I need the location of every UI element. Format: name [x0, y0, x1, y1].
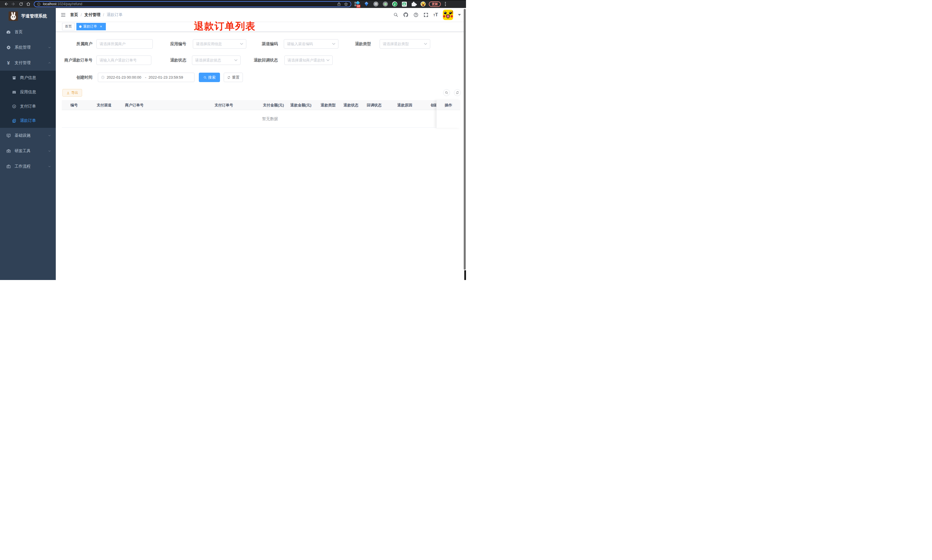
- extension-badge: 10: [357, 5, 360, 8]
- browser-back-icon[interactable]: [2, 1, 10, 7]
- chevron-down-icon: [48, 134, 51, 137]
- page-scrollbar[interactable]: [464, 9, 466, 270]
- tags-view: 首页 退款订单 ×: [56, 22, 466, 32]
- extension-tasks-icon[interactable]: 10: [354, 1, 360, 7]
- extension-puzzle-icon[interactable]: [411, 1, 417, 7]
- app-title: 芋道管理系统: [21, 14, 47, 19]
- tag-label: 退款订单: [83, 24, 97, 29]
- refresh-table-button[interactable]: [454, 89, 461, 96]
- breadcrumb-home[interactable]: 首页: [70, 12, 78, 17]
- placeholder: 请选择通知商户退款结果的: [288, 58, 325, 63]
- empty-state-text: 暂无数据: [262, 110, 278, 128]
- browser-menu-icon[interactable]: [443, 2, 448, 6]
- chevron-down-icon: [48, 46, 51, 49]
- tag-home[interactable]: 首页: [62, 23, 75, 30]
- actions-empty-cell: [437, 110, 460, 128]
- browser-forward-icon[interactable]: [10, 1, 17, 7]
- sidebar-logo-row[interactable]: 芋道管理系统: [0, 8, 56, 24]
- refund-type-select[interactable]: 请选择退款类型: [380, 39, 430, 49]
- merchant-input[interactable]: 请选择所属商户: [96, 39, 153, 49]
- user-avatar[interactable]: [443, 10, 453, 20]
- extension-y-icon[interactable]: y: [392, 1, 398, 7]
- filter-label-refund-type: 退款类型: [335, 39, 371, 49]
- help-icon[interactable]: [414, 12, 418, 17]
- sidebar: 芋道管理系统 首页 系统管理 ¥ 支付管理: [0, 8, 56, 280]
- column-header-merchant-order-no: 商户订单号: [125, 100, 144, 110]
- monitor-chart-icon: [6, 133, 11, 138]
- sidebar-item-label: 系统管理: [15, 45, 48, 50]
- placeholder: 请输入渠道编码: [287, 42, 331, 47]
- clock-icon: [101, 75, 105, 79]
- chevron-up-icon: [48, 61, 51, 65]
- column-header-refund-reason: 退款原因: [397, 100, 412, 110]
- page-content: 所属商户 请选择所属商户 应用编号 请选择应用信息 渠道编码 请输入渠道编码 退…: [56, 32, 466, 280]
- url-path: :1024/pay/refund: [56, 2, 82, 6]
- storefront-icon: [12, 76, 16, 80]
- table-header-row: 编号 支付渠道 商户订单号 支付订单号 支付金额(元) 退款金额(元) 退款类型…: [62, 100, 460, 110]
- font-size-icon[interactable]: TT: [434, 12, 438, 17]
- sidebar-item-merchant-info[interactable]: 商户信息: [0, 71, 56, 85]
- range-separator: -: [145, 75, 146, 80]
- dashboard-icon: [6, 30, 11, 35]
- column-header-actions: 操作: [437, 100, 460, 110]
- callback-status-select[interactable]: 请选择通知商户退款结果的: [285, 55, 333, 65]
- column-header-create-time-clipped: 创建: [431, 100, 436, 110]
- extension-recorder-icon[interactable]: [383, 1, 388, 7]
- extension-chat-icon[interactable]: [401, 1, 407, 7]
- column-header-id: 编号: [71, 100, 78, 110]
- sidebar-collapse-icon[interactable]: [61, 12, 66, 17]
- address-bar[interactable]: localhost:1024/pay/refund: [34, 1, 351, 7]
- merchant-refund-no-input[interactable]: 请输入商户退款订单号: [96, 55, 151, 65]
- extension-gem-icon[interactable]: [364, 1, 369, 7]
- bookmark-star-icon[interactable]: [344, 2, 348, 6]
- toggle-search-button[interactable]: [443, 89, 450, 96]
- app-select[interactable]: 请选择应用信息: [193, 39, 246, 49]
- sidebar-item-app-info[interactable]: 应用信息: [0, 85, 56, 99]
- fullscreen-icon[interactable]: [423, 12, 429, 17]
- channel-select[interactable]: 请输入渠道编码: [284, 39, 338, 49]
- chevron-down-icon: [48, 149, 51, 153]
- app-root: 芋道管理系统 首页 系统管理 ¥ 支付管理: [0, 8, 466, 280]
- refund-document-icon: [12, 119, 16, 123]
- search-icon[interactable]: [393, 12, 398, 17]
- reset-button[interactable]: 重置: [224, 73, 243, 82]
- tag-close-icon[interactable]: ×: [99, 25, 103, 29]
- chevron-down-icon: [424, 43, 427, 45]
- sidebar-item-label: 应用信息: [20, 89, 51, 95]
- sidebar-item-devtools[interactable]: 研发工具: [0, 143, 56, 159]
- browser-reload-icon[interactable]: [17, 1, 25, 7]
- browser-home-icon[interactable]: [25, 1, 32, 7]
- app-logo: [9, 11, 18, 21]
- sidebar-item-pay[interactable]: ¥ 支付管理: [0, 55, 56, 71]
- main-panel: 首页 / 支付管理 / 退款订单 TT: [56, 8, 466, 280]
- chevron-down-icon: [326, 59, 329, 61]
- browser-update-button[interactable]: 更新: [429, 2, 441, 7]
- active-dot-icon: [79, 25, 82, 28]
- sidebar-item-pay-order[interactable]: ¥ 支付订单: [0, 99, 56, 114]
- search-button[interactable]: 搜索: [199, 73, 220, 82]
- placeholder: 请输入商户退款订单号: [100, 58, 148, 63]
- sidebar-item-infra[interactable]: 基础设施: [0, 128, 56, 143]
- chevron-down-icon: [234, 59, 237, 61]
- breadcrumb-pay[interactable]: 支付管理: [85, 12, 100, 17]
- share-icon[interactable]: [337, 2, 341, 6]
- range-start-value: 2022-01-23 00:00:00: [107, 75, 143, 80]
- url-host: localhost: [43, 2, 56, 6]
- sidebar-item-label: 支付管理: [15, 60, 48, 66]
- github-icon[interactable]: [403, 12, 409, 17]
- placeholder: 请选择应用信息: [196, 42, 238, 47]
- refund-status-select[interactable]: 请选择退款状态: [192, 55, 241, 65]
- toolbox-icon: [6, 149, 11, 154]
- sidebar-item-system[interactable]: 系统管理: [0, 40, 56, 55]
- sidebar-item-refund-order[interactable]: 退款订单: [0, 114, 56, 128]
- export-button[interactable]: 导出: [62, 89, 82, 97]
- sidebar-item-label: 研发工具: [15, 148, 48, 154]
- tag-refund-order[interactable]: 退款订单 ×: [76, 23, 106, 30]
- sidebar-item-workflow[interactable]: 工作流程: [0, 159, 56, 174]
- extension-emoji-icon[interactable]: [420, 1, 426, 7]
- sidebar-item-home[interactable]: 首页: [0, 24, 56, 40]
- site-info-icon[interactable]: [37, 2, 41, 6]
- create-time-range-picker[interactable]: 2022-01-23 00:00:00 - 2022-01-23 23:59:5…: [98, 73, 195, 82]
- extension-command-icon[interactable]: ⌘: [373, 1, 379, 7]
- user-menu-caret-icon[interactable]: [458, 14, 461, 16]
